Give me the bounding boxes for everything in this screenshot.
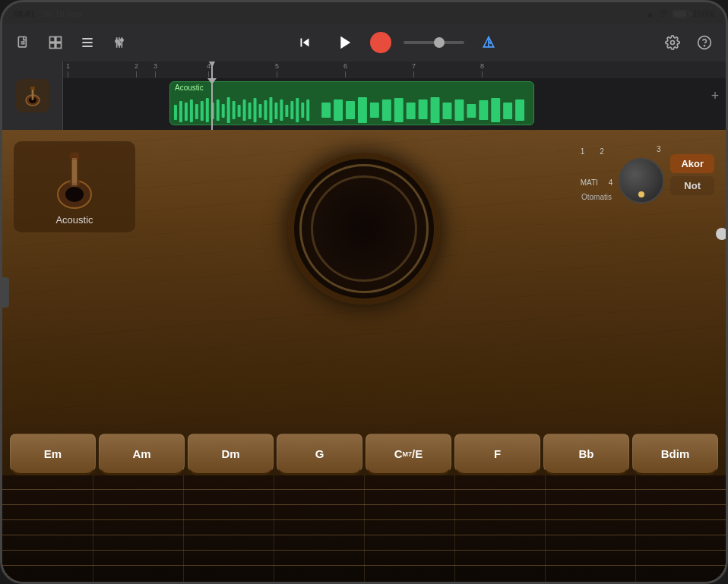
svg-rect-52 [306, 99, 309, 121]
svg-point-15 [121, 39, 123, 41]
svg-rect-27 [174, 105, 177, 120]
mode-buttons: Akor Not [670, 154, 714, 195]
fret-4 [364, 475, 365, 582]
new-file-button[interactable] [11, 30, 36, 55]
svg-rect-48 [285, 105, 288, 117]
fret-5 [454, 475, 455, 582]
svg-rect-50 [296, 98, 299, 122]
chord-button-g[interactable]: G [277, 434, 362, 475]
fret-6 [545, 475, 546, 582]
svg-rect-35 [217, 99, 220, 121]
chord-button-em[interactable]: Em [10, 434, 96, 475]
tracks-button[interactable] [75, 30, 100, 55]
fretboard [2, 475, 726, 582]
guitar-panel: Acoustic [14, 141, 135, 232]
play-button[interactable] [331, 29, 358, 56]
svg-rect-33 [206, 98, 209, 122]
ruler-mark-5: 5 [275, 62, 279, 77]
ruler-mark-8: 8 [480, 62, 484, 77]
guitar-name-label: Acoustic [55, 214, 93, 226]
svg-rect-41 [248, 103, 252, 119]
track-header [2, 62, 63, 130]
status-right: ▲ 100% [646, 9, 714, 19]
svg-rect-5 [50, 43, 55, 49]
battery-label: 100% [693, 9, 714, 18]
knob-number-labels: 1 2 MATI 4 Otomatis [581, 147, 613, 201]
volume-slider[interactable] [404, 41, 464, 44]
svg-rect-62 [431, 97, 440, 123]
chord-mode-button[interactable]: Akor [670, 154, 714, 173]
audio-block[interactable]: Acoustic [169, 81, 534, 125]
svg-point-19 [671, 41, 675, 45]
svg-rect-66 [479, 100, 488, 120]
rewind-button[interactable] [291, 29, 318, 56]
fret-7 [635, 475, 636, 582]
svg-rect-28 [179, 101, 182, 122]
auto-knob[interactable] [619, 158, 664, 204]
chord-button-f[interactable]: F [454, 434, 540, 475]
svg-rect-30 [190, 99, 193, 122]
settings-button[interactable] [660, 30, 685, 55]
status-bar: 09.41 Sel 15 Sep ▲ 100% [14, 6, 714, 21]
svg-rect-63 [443, 103, 452, 119]
svg-rect-61 [419, 99, 428, 119]
toolbar [2, 24, 726, 62]
ruler-mark-7: 7 [412, 62, 416, 77]
chord-button-bdim[interactable]: Bdim [632, 434, 718, 475]
knob-container: 3 [619, 145, 664, 204]
help-button[interactable] [692, 30, 717, 55]
svg-rect-25 [30, 87, 35, 90]
svg-point-14 [118, 43, 120, 45]
svg-rect-32 [201, 101, 204, 121]
ruler-mark-4: 4 [207, 62, 210, 77]
svg-rect-51 [301, 103, 304, 118]
track-content: Acoustic [63, 78, 726, 130]
status-date: Sel 15 Sep [41, 9, 82, 18]
fret-3 [274, 475, 274, 582]
svg-rect-64 [454, 99, 464, 121]
svg-rect-54 [334, 99, 343, 121]
auto-controls: 1 2 MATI 4 Otomatis [581, 145, 714, 204]
record-button[interactable] [370, 32, 391, 53]
add-track-button[interactable]: + [707, 88, 723, 103]
svg-rect-65 [467, 104, 476, 118]
svg-rect-38 [233, 101, 236, 119]
svg-point-71 [65, 187, 84, 202]
fret-1 [93, 475, 93, 582]
soundhole-ring-2 [311, 175, 417, 282]
svg-rect-36 [222, 104, 225, 118]
svg-rect-45 [269, 97, 272, 123]
knob-indicator [638, 191, 644, 197]
mixer-button[interactable] [107, 30, 131, 55]
svg-rect-3 [50, 37, 55, 43]
svg-rect-44 [264, 100, 267, 120]
svg-rect-29 [185, 103, 188, 121]
svg-rect-37 [227, 97, 230, 123]
svg-rect-39 [238, 105, 241, 117]
svg-point-13 [116, 40, 118, 43]
svg-rect-6 [56, 43, 62, 49]
chord-button-cm7e[interactable]: CM7/E [366, 434, 451, 475]
svg-rect-4 [56, 37, 62, 43]
chord-button-am[interactable]: Am [99, 434, 185, 475]
signal-icon: ▲ [646, 9, 654, 18]
svg-rect-47 [280, 99, 283, 121]
svg-rect-40 [243, 99, 246, 121]
metronome-button[interactable] [476, 30, 501, 55]
svg-rect-53 [321, 103, 331, 118]
chord-button-dm[interactable]: Dm [188, 434, 274, 475]
fret-2 [183, 475, 184, 582]
ruler: 1 2 3 4 5 6 7 8 [63, 62, 726, 78]
svg-rect-43 [259, 104, 262, 118]
chord-button-bb[interactable]: Bb [543, 434, 629, 475]
note-mode-button[interactable]: Not [670, 176, 714, 195]
volume-knob [434, 37, 445, 48]
ruler-mark-6: 6 [343, 62, 347, 77]
instrument-area: Acoustic 1 2 MATI 4 [2, 130, 726, 582]
svg-rect-56 [358, 97, 367, 123]
view-button[interactable] [43, 30, 68, 55]
chord-strip: Em Am Dm G CM7/E F Bb Bdim [2, 434, 726, 475]
svg-rect-69 [515, 99, 524, 121]
status-time: 09.41 [14, 9, 35, 18]
ruler-marks: 1 2 3 4 5 6 7 8 [66, 62, 723, 78]
